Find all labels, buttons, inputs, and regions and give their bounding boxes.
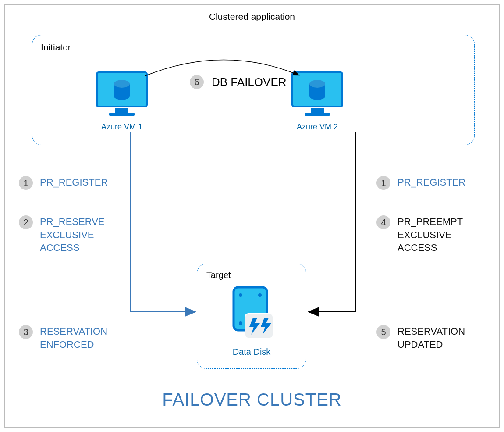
step-1-left: 1 PR_REGISTER xyxy=(19,176,108,190)
vm2-label: Azure VM 2 xyxy=(289,122,346,132)
step-2-left: 2 PR_RESERVE EXCLUSIVE ACCESS xyxy=(19,215,105,254)
svg-rect-10 xyxy=(305,113,330,116)
step-badge-5: 5 xyxy=(376,325,390,339)
disk-label: Data Disk xyxy=(197,347,306,357)
disk-icon xyxy=(228,286,277,343)
azure-vm-2: Azure VM 2 xyxy=(289,71,346,123)
svg-point-17 xyxy=(239,321,242,325)
azure-vm-1: Azure VM 1 xyxy=(93,71,150,123)
footer-title: FAILOVER CLUSTER xyxy=(5,390,499,410)
step-badge-4: 4 xyxy=(376,215,390,229)
vm-monitor-icon xyxy=(93,71,150,119)
svg-point-16 xyxy=(258,293,262,297)
svg-point-6 xyxy=(114,80,130,88)
step-text: RESERVATION ENFORCED xyxy=(40,325,107,351)
failover-step: 6 DB FAILOVER xyxy=(190,75,287,89)
svg-point-13 xyxy=(309,80,325,88)
step-5-right: 5 RESERVATION UPDATED xyxy=(376,325,465,351)
diagram-title: Clustered application xyxy=(5,11,499,22)
target-label: Target xyxy=(206,270,231,280)
svg-rect-9 xyxy=(311,108,324,113)
vm-monitor-icon xyxy=(289,71,346,119)
vm1-label: Azure VM 1 xyxy=(93,122,150,132)
step-badge-3: 3 xyxy=(19,325,33,339)
svg-rect-3 xyxy=(109,113,135,116)
diagram-container: Clustered application Initiator Azure VM… xyxy=(4,4,500,428)
initiator-label: Initiator xyxy=(41,42,71,53)
svg-rect-2 xyxy=(115,108,128,113)
failover-label: DB FAILOVER xyxy=(212,75,287,89)
step-text: RESERVATION UPDATED xyxy=(398,325,465,351)
step-badge-1: 1 xyxy=(19,176,33,190)
step-badge-2: 2 xyxy=(19,215,33,229)
step-4-right: 4 PR_PREEMPT EXCLUSIVE ACCESS xyxy=(376,215,463,254)
step-badge-6: 6 xyxy=(190,75,204,89)
step-text: PR_REGISTER xyxy=(40,176,108,189)
step-1-right: 1 PR_REGISTER xyxy=(376,176,465,190)
svg-point-15 xyxy=(239,293,242,297)
step-text: PR_REGISTER xyxy=(398,176,465,189)
step-3-left: 3 RESERVATION ENFORCED xyxy=(19,325,107,351)
step-text: PR_RESERVE EXCLUSIVE ACCESS xyxy=(40,215,105,254)
step-text: PR_PREEMPT EXCLUSIVE ACCESS xyxy=(398,215,463,254)
data-disk xyxy=(228,286,277,343)
step-badge-1r: 1 xyxy=(376,176,390,190)
